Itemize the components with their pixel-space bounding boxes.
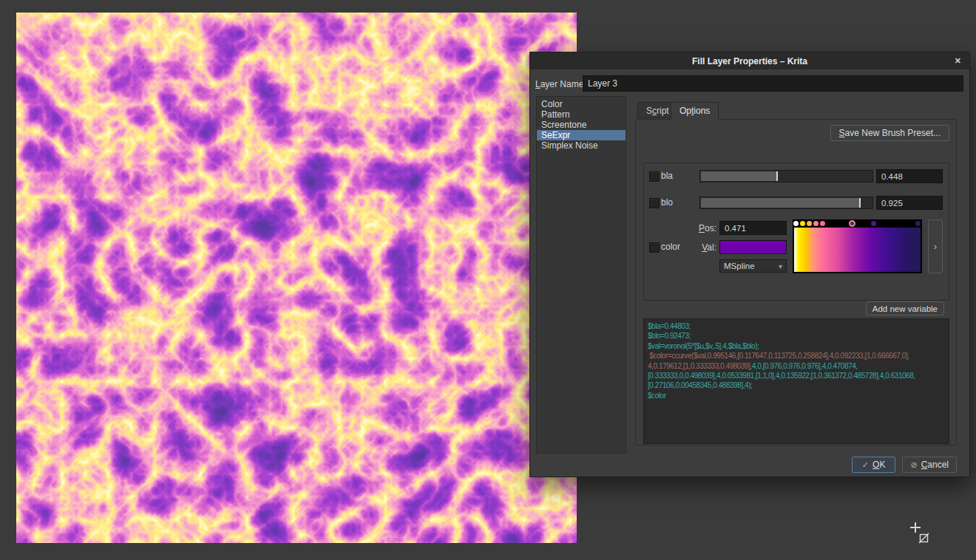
pos-value-field[interactable]: 0.471: [719, 221, 787, 235]
gradient-ramp[interactable]: [794, 228, 921, 272]
dialog-footer: ✓OK ⊘Cancel: [852, 457, 957, 473]
code-line: $bla=0.44803;: [648, 321, 945, 331]
gradient-more-button[interactable]: ›: [928, 219, 943, 273]
fill-layer-properties-dialog: Fill Layer Properties – Krita ✕ Layer Na…: [529, 52, 970, 477]
generator-item-pattern[interactable]: Pattern: [537, 109, 626, 120]
gradient-marker[interactable]: [800, 221, 805, 226]
val-label: Val:: [682, 242, 716, 253]
gradient-marker[interactable]: [871, 221, 876, 226]
generator-item-screentone[interactable]: Screentone: [537, 120, 626, 130]
generator-item-seexpr[interactable]: SeExpr: [537, 130, 626, 140]
dialog-titlebar[interactable]: Fill Layer Properties – Krita ✕: [530, 52, 969, 69]
gradient-marker[interactable]: [813, 221, 819, 226]
gradient-markers: [793, 219, 922, 228]
transform-cursor-icon: [918, 533, 929, 544]
cancel-slash-icon: ⊘: [910, 460, 917, 470]
bla-slider[interactable]: [699, 170, 873, 182]
gradient-marker[interactable]: [807, 221, 812, 226]
color-checkbox[interactable]: [649, 242, 660, 253]
generator-list: Color Pattern Screentone SeExpr Simplex …: [536, 96, 626, 454]
val-color-swatch[interactable]: [719, 240, 787, 254]
generator-item-simplex-noise[interactable]: Simplex Noise: [537, 140, 626, 151]
bla-value-field[interactable]: 0.448: [876, 169, 943, 183]
ok-button[interactable]: ✓OK: [852, 457, 896, 473]
pos-label: Pos:: [682, 223, 716, 233]
crosshair-cursor-icon: [910, 522, 921, 533]
code-line: $color: [648, 391, 945, 400]
blo-label: blo: [661, 197, 673, 208]
bla-label: bla: [661, 171, 673, 181]
tab-options[interactable]: Options: [671, 102, 719, 120]
blo-checkbox[interactable]: [649, 198, 660, 208]
blo-slider[interactable]: [699, 197, 873, 209]
seexpr-pattern: [16, 13, 577, 543]
gradient-marker[interactable]: [915, 221, 921, 226]
code-line: [0.333333,0,0.498039],4,0.0533981,[1,1,0…: [648, 371, 945, 380]
script-output[interactable]: $bla=0.44803;$blo=0.92473;$val=voronoi(5…: [643, 318, 949, 444]
chevron-down-icon: ▾: [779, 262, 782, 270]
layer-name-input[interactable]: Layer 3: [583, 75, 963, 92]
options-pane: Save New Brush Preset... bla 0.448 blo 0…: [635, 119, 957, 445]
code-line: 4,0.179612,[1,0.333333,0.498039],4,0,[0.…: [648, 361, 945, 371]
code-line: $color=ccurve($val,0.995146,[0.117647,0.…: [648, 351, 945, 361]
more-arrow-icon: ›: [934, 241, 937, 252]
code-line: $blo=0.92473;: [648, 331, 945, 341]
blo-value-field[interactable]: 0.925: [876, 196, 943, 210]
bla-checkbox[interactable]: [649, 171, 660, 182]
color-label: color: [661, 242, 680, 252]
cancel-button[interactable]: ⊘Cancel: [902, 457, 957, 473]
code-line: $val=voronoi(5*[$u,$v,.5],4,$bla,$blo);: [648, 341, 945, 351]
gradient-marker[interactable]: [820, 221, 825, 226]
save-new-brush-preset-button[interactable]: Save New Brush Preset...: [830, 125, 949, 141]
gradient-marker[interactable]: [849, 220, 855, 227]
add-new-variable-button[interactable]: Add new variable: [866, 301, 944, 315]
gradient-marker[interactable]: [793, 221, 799, 226]
gradient-widget[interactable]: [793, 219, 922, 273]
generator-item-color[interactable]: Color: [537, 99, 626, 109]
interpolation-dropdown[interactable]: MSpline ▾: [719, 259, 787, 273]
variables-frame: bla 0.448 blo 0.925 color Pos: 0.471 Val…: [643, 163, 949, 301]
dialog-title: Fill Layer Properties – Krita: [692, 56, 807, 66]
check-icon: ✓: [862, 460, 869, 470]
close-icon[interactable]: ✕: [952, 52, 963, 69]
canvas-image[interactable]: [16, 13, 577, 543]
layer-name-label: Layer Name:: [535, 79, 586, 89]
code-line: [0.27106,0.00458345,0.488398],4);: [648, 380, 945, 390]
